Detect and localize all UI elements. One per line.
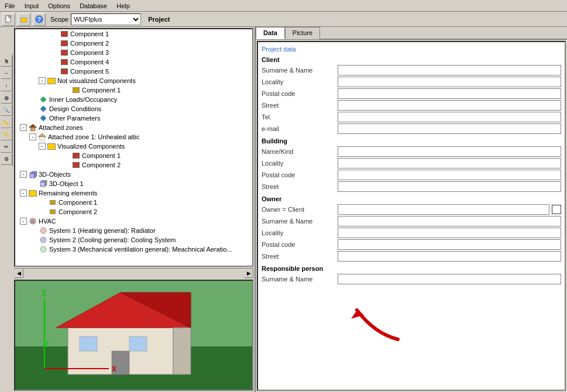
system-icon1 bbox=[39, 226, 48, 235]
tree-item-component4[interactable]: Component 4 bbox=[15, 57, 252, 67]
left-toolbar: 🖱 ↔ ↕ ⊕ 🔍 📐 📏 ✏ ⚙ bbox=[0, 54, 13, 166]
form-row-postal-owner: Postal code bbox=[262, 239, 561, 250]
svg-text:?: ? bbox=[37, 16, 41, 23]
input-street-building[interactable] bbox=[338, 181, 561, 192]
new-button[interactable] bbox=[2, 13, 15, 26]
component-icon bbox=[60, 49, 69, 57]
tree-item-system1[interactable]: System 1 (Heating general): Radiator bbox=[15, 226, 252, 235]
input-postal-owner[interactable] bbox=[338, 239, 561, 250]
tool-cursor[interactable]: 🖱 bbox=[1, 55, 12, 67]
component-small-icon2 bbox=[48, 208, 57, 216]
tree-item-component2[interactable]: Component 2 bbox=[15, 39, 252, 48]
form-row-locality-owner: Locality bbox=[262, 228, 561, 238]
tree-item-component3[interactable]: Component 3 bbox=[15, 48, 252, 57]
svg-rect-11 bbox=[30, 173, 35, 178]
tree-item-system3[interactable]: System 3 (Mechanical ventilation general… bbox=[15, 245, 252, 254]
hscroll-right[interactable]: ▶ bbox=[244, 269, 253, 278]
menu-help[interactable]: Help bbox=[114, 1, 132, 11]
label-surname-responsible: Surname & Name bbox=[262, 276, 338, 283]
owner-client-checkbox[interactable] bbox=[552, 205, 561, 214]
tool-move-h[interactable]: ↔ bbox=[1, 67, 12, 79]
tree-item-3d-objects[interactable]: - 3D-Objects bbox=[15, 170, 252, 179]
tree-item-attached-zone1[interactable]: - Attached zone 1: Unheated attic bbox=[15, 132, 252, 142]
tool-ruler[interactable]: 📏 bbox=[1, 129, 12, 140]
tree-item-az-component1[interactable]: Component 1 bbox=[15, 151, 252, 160]
green-diamond-icon bbox=[39, 95, 48, 104]
tree-item-rem-component2[interactable]: Component 2 bbox=[15, 207, 252, 216]
svg-marker-9 bbox=[38, 133, 46, 137]
svg-marker-7 bbox=[29, 124, 37, 128]
component-small-icon1 bbox=[48, 198, 57, 207]
form-row-street-client: Street bbox=[262, 100, 561, 111]
tree-item-nv-component1[interactable]: Component 1 bbox=[15, 85, 252, 95]
blue-diamond-icon bbox=[39, 105, 48, 113]
label-tel-client: Tel. bbox=[262, 114, 338, 121]
tab-bar: Data Picture bbox=[256, 27, 567, 40]
help-button[interactable]: ? bbox=[33, 13, 46, 26]
scope-select[interactable]: WUFIplus bbox=[71, 13, 141, 25]
input-owner-client-text[interactable] bbox=[338, 204, 549, 215]
tree-hscrollbar[interactable]: ◀ ▶ bbox=[14, 268, 253, 277]
input-surname-name-owner[interactable] bbox=[338, 216, 561, 226]
house-attic-icon bbox=[37, 133, 47, 141]
input-name-kind[interactable] bbox=[338, 146, 561, 157]
system-icon3 bbox=[39, 245, 48, 253]
input-postal-building[interactable] bbox=[338, 170, 561, 180]
svg-marker-22 bbox=[173, 328, 191, 374]
tool-add[interactable]: ⊕ bbox=[1, 92, 12, 104]
owner-section-header: Owner bbox=[262, 195, 561, 202]
input-postal-client[interactable] bbox=[338, 88, 561, 99]
hscroll-left[interactable]: ◀ bbox=[14, 269, 23, 278]
tree-item-viz-components[interactable]: - Visualized Components bbox=[15, 142, 252, 151]
input-street-client[interactable] bbox=[338, 100, 561, 111]
input-locality-owner[interactable] bbox=[338, 228, 561, 238]
svg-rect-8 bbox=[30, 128, 35, 131]
tree-item-component1[interactable]: Component 1 bbox=[15, 29, 252, 39]
tree-item-attached-zones[interactable]: - Attached zones bbox=[15, 123, 252, 132]
tree-item-component5[interactable]: Component 5 bbox=[15, 67, 252, 76]
tool-settings[interactable]: ⚙ bbox=[1, 153, 12, 165]
project-data-link[interactable]: Project data bbox=[262, 46, 561, 53]
component-yellow-icon bbox=[71, 86, 81, 94]
tab-data[interactable]: Data bbox=[256, 27, 285, 39]
tree-item-other-parameters[interactable]: Other Parameters bbox=[15, 114, 252, 123]
input-locality-client[interactable] bbox=[338, 77, 561, 87]
label-street-building: Street bbox=[262, 183, 338, 190]
input-surname-responsible[interactable] bbox=[338, 274, 561, 284]
tool-measure[interactable]: 📐 bbox=[1, 116, 12, 128]
svg-point-19 bbox=[40, 246, 46, 252]
component-icon bbox=[60, 67, 69, 75]
folder-viz-icon bbox=[47, 142, 56, 150]
input-street-owner[interactable] bbox=[338, 251, 561, 262]
label-owner-client: Owner = Client bbox=[262, 206, 338, 213]
menu-options[interactable]: Options bbox=[46, 1, 73, 11]
tree-item-not-visualized[interactable]: - Not visualized Components bbox=[15, 76, 252, 85]
tree-item-az-component2[interactable]: Component 2 bbox=[15, 160, 252, 170]
tree-item-rem-component1[interactable]: Component 1 bbox=[15, 198, 252, 207]
tree-item-inner-loads[interactable]: Inner Loads/Occupancy bbox=[15, 95, 252, 104]
responsible-section-header: Responsible person bbox=[262, 265, 561, 272]
tab-picture[interactable]: Picture bbox=[285, 27, 320, 39]
menu-input[interactable]: Input bbox=[22, 1, 41, 11]
3d-obj-icon bbox=[39, 180, 48, 188]
input-email-client[interactable] bbox=[338, 123, 561, 134]
tree-item-system2[interactable]: System 2 (Cooling general): Cooling Syst… bbox=[15, 235, 252, 245]
tool-edit[interactable]: ✏ bbox=[1, 141, 12, 153]
form-row-street-building: Street bbox=[262, 181, 561, 192]
tree-item-remaining[interactable]: - Remaining elements bbox=[15, 188, 252, 198]
tool-zoom[interactable]: 🔍 bbox=[1, 104, 12, 116]
menu-database[interactable]: Database bbox=[77, 1, 109, 11]
menu-file[interactable]: File bbox=[2, 1, 18, 11]
input-tel-client[interactable] bbox=[338, 112, 561, 122]
input-surname-name-client[interactable] bbox=[338, 65, 561, 75]
tree-item-hvac[interactable]: - H HVAC bbox=[15, 216, 252, 226]
svg-rect-26 bbox=[129, 336, 147, 351]
tree-item-3d-object1[interactable]: 3D-Object 1 bbox=[15, 179, 252, 188]
label-locality-building: Locality bbox=[262, 160, 338, 167]
label-name-kind: Name/Kind bbox=[262, 148, 338, 155]
open-button[interactable] bbox=[18, 13, 30, 26]
input-locality-building[interactable] bbox=[338, 158, 561, 169]
system-icon2 bbox=[39, 236, 48, 244]
tree-item-design-conditions[interactable]: Design Conditions bbox=[15, 104, 252, 114]
tool-move-v[interactable]: ↕ bbox=[1, 80, 12, 91]
